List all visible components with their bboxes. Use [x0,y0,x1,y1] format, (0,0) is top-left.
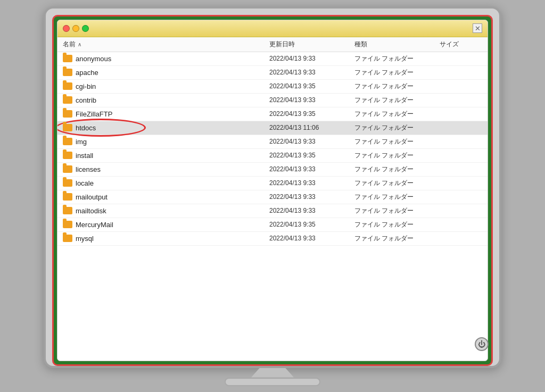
folder-icon [63,235,72,242]
file-name-text: contrib [76,96,96,104]
file-type-text: ファイル フォルダー [354,206,440,215]
file-name-cell: FileZillaFTP [63,110,269,118]
file-date-text: 2022/04/13 9:35 [269,152,354,159]
file-type-text: ファイル フォルダー [354,234,440,243]
monitor-stand [225,368,320,386]
file-name-text: licenses [76,165,101,173]
file-date-text: 2022/04/13 9:33 [269,193,354,201]
file-date-text: 2022/04/13 9:35 [269,82,354,90]
folder-icon [63,96,72,104]
file-name-text: locale [76,179,94,187]
file-date-text: 2022/04/13 9:33 [269,235,354,242]
folder-icon [63,152,72,159]
file-type-text: ファイル フォルダー [354,68,440,77]
file-date-text: 2022/04/13 9:33 [269,138,354,145]
file-name-text: install [76,152,93,160]
file-type-text: ファイル フォルダー [354,54,440,63]
col-size[interactable]: サイズ [440,40,482,49]
column-headers: 名前 ∧ 更新日時 種類 サイズ [57,37,488,52]
folder-icon [63,82,72,90]
screen-bezel: ✕ 名前 ∧ 更新日時 種類 サイズ [52,15,493,366]
title-bar: ✕ [57,20,488,37]
folder-icon [63,138,72,145]
file-name-cell: locale [63,179,269,187]
file-type-text: ファイル フォルダー [354,220,440,229]
table-row[interactable]: mailtodisk2022/04/13 9:33ファイル フォルダー [57,204,488,218]
power-button[interactable]: ⏻ [475,337,489,351]
table-row[interactable]: apache2022/04/13 9:33ファイル フォルダー [57,66,488,80]
sort-arrow-icon: ∧ [78,41,81,47]
file-date-text: 2022/04/13 9:35 [269,221,354,228]
file-list[interactable]: anonymous2022/04/13 9:33ファイル フォルダーapache… [57,52,488,361]
file-type-text: ファイル フォルダー [354,193,440,202]
col-name[interactable]: 名前 ∧ [63,40,269,49]
table-row[interactable]: licenses2022/04/13 9:33ファイル フォルダー [57,163,488,177]
file-name-cell: htdocs [63,124,269,132]
file-date-text: 2022/04/13 9:33 [269,69,354,76]
file-date-text: 2022/04/13 9:33 [269,96,354,104]
table-row[interactable]: locale2022/04/13 9:33ファイル フォルダー [57,177,488,190]
table-row[interactable]: mysql2022/04/13 9:33ファイル フォルダー [57,232,488,246]
file-type-text: ファイル フォルダー [354,151,440,160]
file-type-text: ファイル フォルダー [354,137,440,146]
stand-base [225,378,320,386]
file-name-cell: img [63,138,269,146]
file-name-cell: install [63,152,269,160]
close-button[interactable] [63,25,70,32]
file-name-cell: licenses [63,165,269,173]
monitor: ✕ 名前 ∧ 更新日時 種類 サイズ [44,6,501,368]
file-date-text: 2022/04/13 9:33 [269,207,354,214]
folder-icon [63,193,72,201]
file-name-cell: mailoutput [63,193,269,201]
folder-icon [63,179,72,187]
file-name-text: FileZillaFTP [76,110,112,118]
table-row[interactable]: img2022/04/13 9:33ファイル フォルダー [57,135,488,149]
file-type-text: ファイル フォルダー [354,96,440,105]
file-name-text: mysql [76,235,94,243]
folder-icon [63,124,72,131]
file-name-text: MercuryMail [76,221,113,229]
file-type-text: ファイル フォルダー [354,123,440,132]
folder-icon [63,110,72,118]
file-type-text: ファイル フォルダー [354,110,440,119]
folder-icon [63,207,72,214]
file-name-text: cgi-bin [76,82,96,90]
table-row[interactable]: cgi-bin2022/04/13 9:35ファイル フォルダー [57,80,488,94]
file-explorer-window: ✕ 名前 ∧ 更新日時 種類 サイズ [57,20,488,361]
file-date-text: 2022/04/13 11:06 [269,124,354,131]
maximize-button[interactable] [82,25,89,32]
window-controls [63,25,89,32]
folder-icon [63,55,72,62]
file-name-cell: mailtodisk [63,207,269,215]
window-close-x[interactable]: ✕ [473,23,482,33]
file-name-text: mailoutput [76,193,108,201]
file-date-text: 2022/04/13 9:33 [269,179,354,187]
monitor-wrapper: ✕ 名前 ∧ 更新日時 種類 サイズ [44,6,501,386]
col-date[interactable]: 更新日時 [269,40,354,49]
col-type[interactable]: 種類 [354,40,440,49]
table-row[interactable]: mailoutput2022/04/13 9:33ファイル フォルダー [57,190,488,204]
table-row[interactable]: FileZillaFTP2022/04/13 9:35ファイル フォルダー [57,107,488,121]
table-row[interactable]: install2022/04/13 9:35ファイル フォルダー [57,149,488,163]
file-date-text: 2022/04/13 9:33 [269,55,354,62]
table-row[interactable]: htdocs2022/04/13 11:06ファイル フォルダー [57,121,488,135]
folder-icon [63,69,72,76]
table-row[interactable]: anonymous2022/04/13 9:33ファイル フォルダー [57,52,488,66]
file-date-text: 2022/04/13 9:33 [269,165,354,173]
table-row[interactable]: contrib2022/04/13 9:33ファイル フォルダー [57,94,488,107]
file-type-text: ファイル フォルダー [354,179,440,188]
file-name-text: img [76,138,87,146]
file-name-text: apache [76,69,98,77]
minimize-button[interactable] [72,25,79,32]
file-type-text: ファイル フォルダー [354,165,440,174]
table-row[interactable]: MercuryMail2022/04/13 9:35ファイル フォルダー [57,218,488,232]
file-name-text: mailtodisk [76,207,106,215]
file-name-cell: mysql [63,235,269,243]
folder-icon [63,165,72,173]
file-date-text: 2022/04/13 9:35 [269,110,354,118]
file-type-text: ファイル フォルダー [354,82,440,91]
file-name-cell: cgi-bin [63,82,269,90]
file-name-text: anonymous [76,55,111,63]
folder-icon [63,221,72,228]
stand-neck [251,368,294,378]
